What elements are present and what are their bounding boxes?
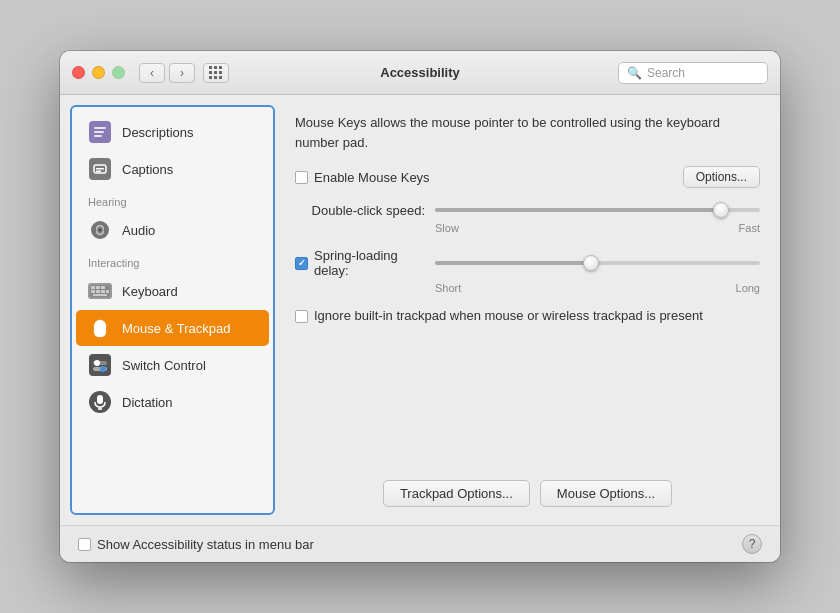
back-button[interactable]: ‹ <box>139 63 165 83</box>
search-input[interactable]: Search <box>647 66 685 80</box>
slider-fill-spring <box>435 261 591 265</box>
show-accessibility-label[interactable]: Show Accessibility status in menu bar <box>78 537 314 552</box>
grid-icon <box>209 66 223 80</box>
sidebar-item-switch-control[interactable]: Switch Control <box>76 347 269 383</box>
search-icon: 🔍 <box>627 66 642 80</box>
svg-point-21 <box>94 360 100 366</box>
titlebar: ‹ › Accessibility 🔍 Search <box>60 51 780 95</box>
svg-rect-10 <box>91 286 95 289</box>
dictation-icon <box>88 390 112 414</box>
speed-min-label: Slow <box>435 222 459 234</box>
switch-control-icon <box>88 353 112 377</box>
svg-rect-0 <box>94 127 106 129</box>
spring-loading-row: Spring-loading delay: <box>295 248 760 278</box>
sidebar-item-keyboard[interactable]: Keyboard <box>76 273 269 309</box>
svg-rect-16 <box>106 290 109 293</box>
mouse-options-button[interactable]: Mouse Options... <box>540 480 672 507</box>
descriptions-icon <box>88 120 112 144</box>
nav-buttons: ‹ › <box>139 63 229 83</box>
audio-icon <box>88 218 112 242</box>
sidebar-item-dictation[interactable]: Dictation <box>76 384 269 420</box>
sidebar-label-captions: Captions <box>122 162 173 177</box>
show-accessibility-checkbox[interactable] <box>78 538 91 551</box>
ignore-trackpad-label: Ignore built-in trackpad when mouse or w… <box>314 308 703 323</box>
content-area: Descriptions Captions Hearing <box>60 95 780 525</box>
svg-point-23 <box>100 366 106 372</box>
slider-thumb-speed[interactable] <box>713 202 729 218</box>
svg-rect-1 <box>94 131 104 133</box>
svg-rect-4 <box>96 168 104 170</box>
section-label-hearing: Hearing <box>72 188 273 211</box>
double-click-speed-slider[interactable] <box>435 202 760 218</box>
svg-rect-13 <box>91 290 95 293</box>
svg-rect-12 <box>101 286 105 289</box>
sidebar-label-audio: Audio <box>122 223 155 238</box>
spring-minmax: Short Long <box>295 282 760 294</box>
svg-rect-19 <box>99 322 102 326</box>
sidebar-item-mouse-trackpad[interactable]: Mouse & Trackpad <box>76 310 269 346</box>
enable-mouse-keys-checkbox[interactable] <box>295 171 308 184</box>
keyboard-icon <box>88 279 112 303</box>
speed-minmax: Slow Fast <box>295 222 760 234</box>
double-click-speed-section: Double-click speed: Slow Fast <box>295 202 760 234</box>
minimize-button[interactable] <box>92 66 105 79</box>
svg-rect-11 <box>96 286 100 289</box>
sidebar-label-descriptions: Descriptions <box>122 125 194 140</box>
accessibility-window: ‹ › Accessibility 🔍 Search <box>60 51 780 562</box>
captions-icon <box>88 157 112 181</box>
footer: Show Accessibility status in menu bar ? <box>60 525 780 562</box>
sidebar-label-keyboard: Keyboard <box>122 284 178 299</box>
sidebar-label-dictation: Dictation <box>122 395 173 410</box>
svg-rect-2 <box>94 135 102 137</box>
mouse-keys-description: Mouse Keys allows the mouse pointer to b… <box>295 113 760 152</box>
grid-button[interactable] <box>203 63 229 83</box>
double-click-speed-row: Double-click speed: <box>295 202 760 218</box>
double-click-speed-label: Double-click speed: <box>295 203 425 218</box>
svg-rect-17 <box>93 294 107 296</box>
svg-rect-14 <box>96 290 100 293</box>
help-button[interactable]: ? <box>742 534 762 554</box>
speed-max-label: Fast <box>739 222 760 234</box>
spring-loading-slider[interactable] <box>435 255 760 271</box>
sidebar-item-audio[interactable]: Audio <box>76 212 269 248</box>
window-title: Accessibility <box>380 65 460 80</box>
show-accessibility-text: Show Accessibility status in menu bar <box>97 537 314 552</box>
section-label-interacting: Interacting <box>72 249 273 272</box>
traffic-lights <box>72 66 125 79</box>
spring-loading-section: Spring-loading delay: Short Long <box>295 248 760 294</box>
spring-loading-text: Spring-loading delay: <box>314 248 425 278</box>
enable-mouse-keys-row: Enable Mouse Keys Options... <box>295 166 760 188</box>
slider-thumb-spring[interactable] <box>583 255 599 271</box>
mouse-icon <box>88 316 112 340</box>
ignore-trackpad-row[interactable]: Ignore built-in trackpad when mouse or w… <box>295 308 760 323</box>
search-box[interactable]: 🔍 Search <box>618 62 768 84</box>
spring-loading-label[interactable]: Spring-loading delay: <box>295 248 425 278</box>
svg-point-8 <box>99 229 102 232</box>
trackpad-options-button[interactable]: Trackpad Options... <box>383 480 530 507</box>
ignore-trackpad-checkbox[interactable] <box>295 310 308 323</box>
bottom-buttons: Trackpad Options... Mouse Options... <box>295 480 760 507</box>
sidebar-item-captions[interactable]: Captions <box>76 151 269 187</box>
slider-track-spring <box>435 261 760 265</box>
svg-rect-15 <box>101 290 105 293</box>
sidebar-label-switch-control: Switch Control <box>122 358 206 373</box>
sidebar-item-descriptions[interactable]: Descriptions <box>76 114 269 150</box>
sidebar: Descriptions Captions Hearing <box>70 105 275 515</box>
main-panel: Mouse Keys allows the mouse pointer to b… <box>275 95 780 525</box>
spring-max-label: Long <box>736 282 760 294</box>
spring-loading-checkbox[interactable] <box>295 257 308 270</box>
sidebar-label-mouse-trackpad: Mouse & Trackpad <box>122 321 230 336</box>
slider-track-speed <box>435 208 760 212</box>
slider-fill-speed <box>435 208 721 212</box>
enable-mouse-keys-text: Enable Mouse Keys <box>314 170 430 185</box>
svg-rect-5 <box>96 171 101 173</box>
close-button[interactable] <box>72 66 85 79</box>
spring-min-label: Short <box>435 282 461 294</box>
forward-button[interactable]: › <box>169 63 195 83</box>
enable-mouse-keys-label[interactable]: Enable Mouse Keys <box>295 170 430 185</box>
maximize-button[interactable] <box>112 66 125 79</box>
options-button[interactable]: Options... <box>683 166 760 188</box>
svg-rect-24 <box>97 395 103 404</box>
